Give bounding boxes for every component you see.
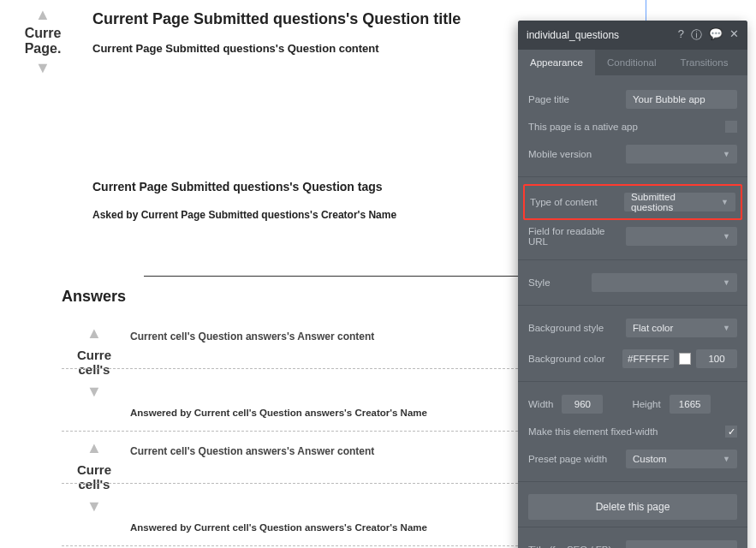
answers-heading: Answers <box>62 288 126 306</box>
downvote-icon[interactable]: ▼ <box>17 60 68 75</box>
fixed-width-label: Make this element fixed-width <box>528 426 725 437</box>
readable-url-select[interactable]: ▼ <box>626 227 737 246</box>
type-of-content-highlight: Type of content Submitted questions▼ <box>523 184 742 220</box>
tab-conditional[interactable]: Conditional <box>595 50 669 75</box>
bg-color-label: Background color <box>528 354 622 364</box>
seo-title-input[interactable] <box>626 540 737 548</box>
width-input[interactable]: 960 <box>562 395 603 414</box>
info-icon[interactable]: ⓘ <box>691 27 702 43</box>
panel-header[interactable]: individual_questions ? ⓘ 💬 ✕ <box>518 21 747 50</box>
property-panel: individual_questions ? ⓘ 💬 ✕ Appearance … <box>518 21 747 548</box>
mobile-version-label: Mobile version <box>528 149 626 159</box>
type-of-content-select[interactable]: Submitted questions▼ <box>624 193 735 211</box>
panel-body: Page title Your Bubble app This page is … <box>518 75 747 548</box>
question-vote-score: Curre Page. <box>17 26 68 57</box>
readable-url-label: Field for readable URL <box>528 226 626 247</box>
bg-style-select[interactable]: Flat color▼ <box>626 319 737 337</box>
page-title-input[interactable]: Your Bubble app <box>626 90 737 109</box>
answer-vote-score: Curre cell's <box>70 462 118 491</box>
height-label: Height <box>632 399 660 409</box>
upvote-icon[interactable]: ▲ <box>70 325 118 341</box>
answer-vote-widget: ▲ Curre cell's ▼ <box>70 325 118 399</box>
answer-vote-score: Curre cell's <box>70 348 118 377</box>
tab-appearance[interactable]: Appearance <box>518 50 595 75</box>
bg-color-swatch[interactable] <box>679 353 691 365</box>
upvote-icon[interactable]: ▲ <box>70 440 118 456</box>
panel-tabs: Appearance Conditional Transitions <box>518 50 747 75</box>
bg-color-alpha-input[interactable]: 100 <box>696 349 737 368</box>
answer-content: Current cell's Question answers's Answer… <box>130 445 374 457</box>
bg-style-label: Background style <box>528 323 626 333</box>
style-label: Style <box>528 277 592 288</box>
comment-icon[interactable]: 💬 <box>709 27 723 43</box>
tab-transitions[interactable]: Transitions <box>669 50 741 75</box>
preset-width-label: Preset page width <box>528 454 626 464</box>
answer-vote-widget: ▲ Curre cell's ▼ <box>70 440 118 514</box>
page-title-label: Page title <box>528 94 626 104</box>
height-input[interactable]: 1665 <box>670 395 711 414</box>
downvote-icon[interactable]: ▼ <box>70 498 118 514</box>
answered-by: Answered by Current cell's Question answ… <box>130 522 427 533</box>
upvote-icon[interactable]: ▲ <box>17 7 68 22</box>
downvote-icon[interactable]: ▼ <box>70 384 118 399</box>
preset-width-select[interactable]: Custom▼ <box>626 450 737 468</box>
answered-by: Answered by Current cell's Question answ… <box>130 408 427 418</box>
answer-content: Current cell's Question answers's Answer… <box>130 331 374 342</box>
delete-page-button[interactable]: Delete this page <box>528 494 737 520</box>
bg-color-hex-input[interactable]: #FFFFFF <box>622 349 674 368</box>
element-name: individual_questions <box>527 29 619 41</box>
native-app-checkbox[interactable] <box>725 121 737 133</box>
native-app-label: This page is a native app <box>528 122 725 132</box>
fixed-width-checkbox[interactable]: ✓ <box>725 426 737 438</box>
width-label: Width <box>528 399 553 409</box>
panel-header-icons: ? ⓘ 💬 ✕ <box>678 27 739 43</box>
style-select[interactable]: ▼ <box>592 273 737 292</box>
mobile-version-select[interactable]: ▼ <box>626 145 737 164</box>
type-of-content-label: Type of content <box>530 197 624 207</box>
question-vote-widget: ▲ Curre Page. ▼ <box>17 7 68 75</box>
close-icon[interactable]: ✕ <box>729 27 739 43</box>
help-icon[interactable]: ? <box>678 27 684 43</box>
seo-title-label: Title (for SEO / FB) <box>528 545 626 548</box>
